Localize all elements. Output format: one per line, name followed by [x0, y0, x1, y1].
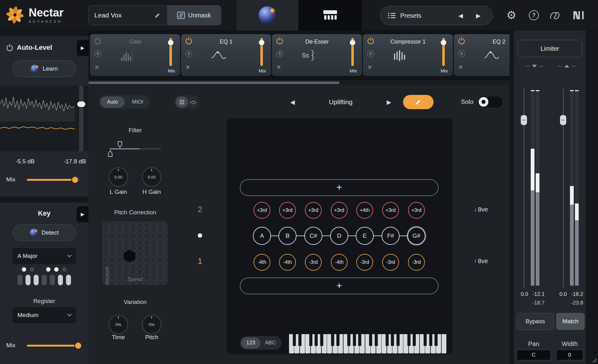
module-power-button[interactable] — [185, 37, 193, 46]
ni-logo[interactable] — [569, 0, 589, 30]
match-button[interactable]: Match — [556, 313, 585, 330]
piano-black-key[interactable] — [315, 334, 318, 346]
izotope-scribble-icon[interactable] — [546, 0, 566, 30]
settings-gear-icon[interactable]: ⚙ — [502, 0, 521, 30]
key-mix-handle[interactable] — [75, 343, 81, 349]
output-fader-handle[interactable] — [560, 115, 566, 125]
pitch-correction-handle[interactable] — [122, 249, 137, 264]
lower-interval[interactable]: -4th — [331, 254, 348, 271]
variation-pitch-knob[interactable]: 0% — [142, 315, 161, 334]
piano-black-key[interactable] — [347, 334, 350, 346]
presets-button[interactable]: Presets ◀ ▶ — [380, 6, 493, 25]
voices-solo-toggle[interactable] — [477, 96, 503, 108]
scale-note[interactable]: D — [330, 227, 348, 245]
filter-slider[interactable] — [110, 148, 161, 149]
piano-black-key[interactable] — [320, 334, 323, 346]
module-remove-button[interactable]: × — [458, 63, 463, 71]
preset-next-button[interactable]: ▶ — [472, 12, 485, 19]
lower-interval[interactable]: -3rd — [305, 254, 322, 271]
edit-pencil-icon[interactable] — [154, 12, 161, 19]
track-name-field[interactable]: Lead Vox — [89, 6, 167, 25]
key-select[interactable]: A Major — [12, 248, 76, 264]
voices-mode-toggle[interactable]: Auto MIDI — [99, 95, 150, 109]
tab-voices[interactable] — [298, 0, 362, 30]
voices-view-toggle[interactable] — [174, 95, 199, 109]
lower-octave-control[interactable]: ↑ 8ve — [474, 258, 488, 265]
tab-assistant[interactable] — [236, 0, 298, 30]
piano-black-key[interactable] — [391, 334, 394, 346]
module-solo-button[interactable]: S — [276, 50, 283, 57]
auto-level-mix-handle[interactable] — [72, 177, 78, 183]
piano-black-key[interactable] — [429, 334, 432, 346]
filter-low-handle[interactable] — [107, 150, 113, 157]
module-mix-slider[interactable] — [169, 38, 172, 66]
pitch-correction-pad[interactable]: Amount Speed — [102, 222, 168, 285]
module-remove-button[interactable]: × — [368, 63, 372, 71]
module-chain-scrollbar-thumb[interactable] — [88, 82, 339, 84]
piano-black-key[interactable] — [413, 334, 416, 346]
note-display-toggle[interactable]: 123 ABC — [240, 336, 282, 350]
resize-handle[interactable] — [591, 357, 597, 363]
lower-interval[interactable]: -4th — [254, 254, 270, 271]
piano-black-key[interactable] — [407, 334, 411, 346]
edit-voicing-button[interactable] — [403, 95, 434, 109]
piano-black-key[interactable] — [369, 334, 372, 346]
module-power-button[interactable] — [276, 37, 284, 46]
mode-midi[interactable]: MIDI — [125, 95, 150, 109]
auto-level-expand-button[interactable]: ▶ — [77, 40, 88, 56]
scale-note[interactable]: G# — [407, 227, 425, 245]
upper-interval[interactable]: +4th — [356, 202, 373, 219]
upper-interval[interactable]: +3rd — [254, 202, 270, 219]
auto-level-mix-slider[interactable] — [27, 179, 80, 181]
filter-high-handle[interactable] — [117, 141, 123, 148]
piano-black-key[interactable] — [434, 334, 438, 346]
module-mix-slider[interactable] — [442, 38, 445, 66]
l-gain-knob[interactable]: 0.00 — [109, 167, 128, 187]
module-card-eq1[interactable]: S × EQ 1 Mix — [181, 34, 271, 76]
scale-note[interactable]: C# — [304, 227, 322, 245]
module-mix-handle[interactable] — [350, 40, 355, 45]
lead-voice-indicator[interactable] — [198, 233, 202, 238]
module-remove-button[interactable]: × — [95, 63, 99, 71]
upper-interval[interactable]: +3rd — [331, 202, 348, 219]
key-mix-slider[interactable] — [27, 345, 80, 347]
upper-interval[interactable]: +3rd — [382, 202, 399, 219]
upper-interval[interactable]: +3rd — [408, 202, 425, 219]
help-button[interactable]: ? — [524, 0, 543, 30]
module-solo-button[interactable]: S — [367, 50, 374, 57]
view-numbers[interactable]: 123 — [241, 337, 260, 348]
module-mix-slider[interactable] — [351, 38, 354, 66]
harmony-preset-next[interactable]: ▶ — [384, 99, 394, 106]
upper-interval[interactable]: +3rd — [279, 202, 296, 219]
auto-level-power-icon[interactable] — [6, 44, 14, 53]
lower-interval[interactable]: -3rd — [382, 254, 399, 271]
module-mix-slider[interactable] — [260, 38, 263, 66]
module-solo-button[interactable]: S — [185, 50, 192, 57]
mode-auto[interactable]: Auto — [100, 96, 125, 108]
h-gain-knob[interactable]: 0.00 — [142, 167, 161, 187]
scale-note[interactable]: E — [356, 227, 374, 245]
bypass-button[interactable]: Bypass — [517, 313, 554, 330]
piano-black-key[interactable] — [424, 334, 427, 346]
piano-black-key[interactable] — [293, 334, 296, 346]
piano-white-key[interactable] — [442, 334, 447, 353]
key-detect-button[interactable]: Detect — [12, 224, 76, 241]
solo-toggle-knob[interactable] — [479, 97, 488, 107]
module-solo-button[interactable]: S — [458, 50, 465, 57]
module-mix-handle[interactable] — [441, 40, 446, 45]
module-mix-handle[interactable] — [168, 40, 173, 45]
upper-octave-control[interactable]: ↓ 8ve — [474, 206, 488, 213]
module-card-gate[interactable]: S × Gate Mix — [90, 34, 180, 76]
unmask-button[interactable]: Unmask — [167, 6, 221, 25]
module-solo-button[interactable]: S — [94, 50, 101, 57]
module-card-eq2[interactable]: S × EQ 2 Mix — [454, 34, 510, 76]
module-remove-button[interactable]: × — [186, 63, 190, 71]
module-card-compressor1[interactable]: S × Compressor 1 Mix — [363, 34, 453, 76]
piano-black-key[interactable] — [331, 334, 334, 346]
target-level-handle[interactable] — [77, 101, 85, 107]
piano-black-key[interactable] — [353, 334, 356, 346]
variation-time-knob[interactable]: 0% — [109, 315, 128, 334]
preset-prev-button[interactable]: ◀ — [454, 12, 467, 19]
piano-black-key[interactable] — [358, 334, 361, 346]
piano-black-key[interactable] — [396, 334, 400, 346]
